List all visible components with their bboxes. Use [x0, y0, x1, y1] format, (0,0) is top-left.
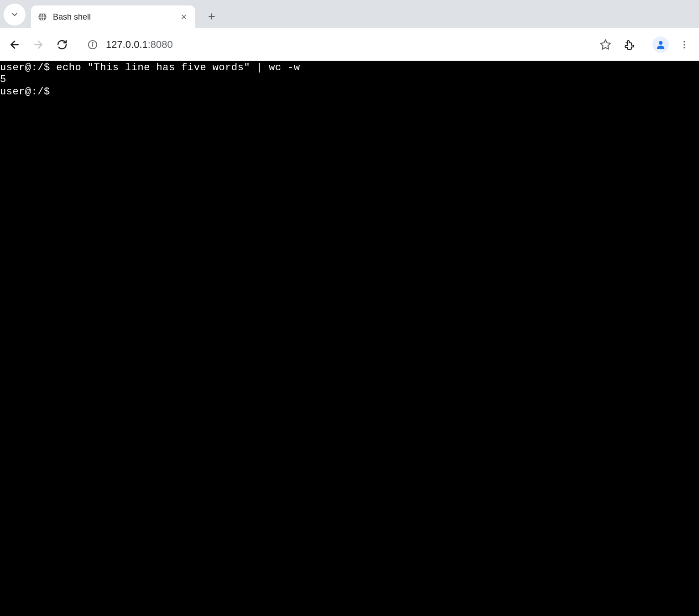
toolbar-separator	[645, 38, 645, 51]
browser-chrome: Bash shell 127.0.0.1:8080	[0, 0, 699, 61]
url-port: :8080	[148, 39, 173, 50]
person-icon	[655, 39, 666, 50]
browser-tab[interactable]: Bash shell	[31, 5, 195, 28]
arrow-right-icon	[32, 39, 44, 51]
svg-point-10	[92, 42, 93, 43]
svg-point-13	[683, 41, 685, 42]
terminal-line: user@:/$ echo "This line has five words"…	[0, 62, 699, 74]
star-icon	[600, 39, 611, 51]
kebab-menu-icon	[679, 40, 689, 50]
reload-icon	[57, 39, 68, 50]
tab-close-button[interactable]	[179, 12, 189, 22]
address-bar[interactable]: 127.0.0.1:8080	[79, 34, 588, 56]
globe-icon	[37, 12, 47, 22]
tab-strip: Bash shell	[0, 0, 699, 28]
url-host: 127.0.0.1	[106, 39, 148, 50]
chevron-down-icon	[10, 10, 19, 19]
site-info-button[interactable]	[88, 40, 98, 50]
svg-point-14	[683, 44, 685, 46]
terminal-prompt: user@:/$	[0, 86, 699, 98]
svg-point-15	[683, 47, 685, 48]
new-tab-button[interactable]	[203, 7, 221, 26]
extensions-button[interactable]	[619, 35, 639, 55]
url-display: 127.0.0.1:8080	[106, 39, 580, 51]
info-icon	[88, 40, 98, 50]
close-icon	[180, 13, 188, 21]
terminal-output[interactable]: user@:/$ echo "This line has five words"…	[0, 61, 699, 616]
profile-button[interactable]	[651, 35, 671, 55]
plus-icon	[207, 12, 216, 21]
menu-button[interactable]	[674, 35, 694, 55]
back-button[interactable]	[5, 35, 25, 55]
terminal-line: 5	[0, 74, 699, 86]
puzzle-icon	[624, 39, 635, 50]
tab-title: Bash shell	[53, 12, 173, 22]
svg-point-12	[659, 41, 662, 45]
bookmark-button[interactable]	[595, 35, 616, 55]
svg-marker-11	[600, 40, 610, 49]
tab-search-button[interactable]	[4, 4, 26, 26]
browser-toolbar: 127.0.0.1:8080	[0, 28, 699, 61]
arrow-left-icon	[9, 39, 21, 51]
forward-button	[28, 35, 48, 55]
reload-button[interactable]	[52, 35, 72, 55]
avatar	[652, 36, 669, 53]
